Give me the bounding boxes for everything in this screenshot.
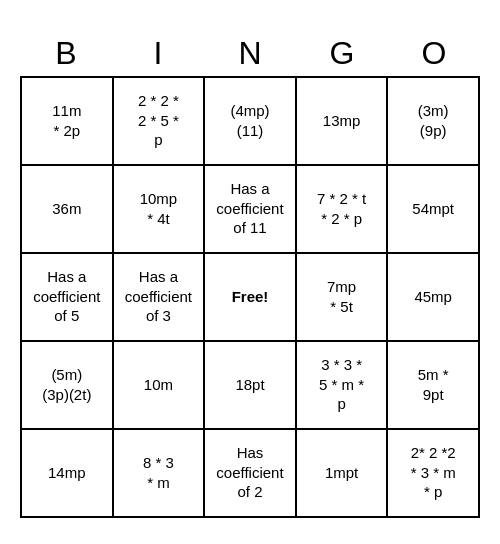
- title-letter-n: N: [206, 35, 294, 72]
- cell-3-4: 5m *9pt: [387, 341, 479, 429]
- cell-4-4: 2* 2 *2* 3 * m* p: [387, 429, 479, 517]
- title-letter-b: B: [22, 35, 110, 72]
- grid-row-0: 11m* 2p2 * 2 *2 * 5 *p(4mp)(11)13mp(3m)(…: [21, 77, 479, 165]
- cell-2-0: Has acoefficientof 5: [21, 253, 113, 341]
- title-letter-i: I: [114, 35, 202, 72]
- cell-3-1: 10m: [113, 341, 205, 429]
- cell-4-2: Hascoefficientof 2: [204, 429, 296, 517]
- title-letter-o: O: [390, 35, 478, 72]
- cell-0-2: (4mp)(11): [204, 77, 296, 165]
- grid-row-2: Has acoefficientof 5Has acoefficientof 3…: [21, 253, 479, 341]
- cell-2-4: 45mp: [387, 253, 479, 341]
- cell-1-2: Has acoefficientof 11: [204, 165, 296, 253]
- grid-row-1: 36m10mp* 4tHas acoefficientof 117 * 2 * …: [21, 165, 479, 253]
- cell-2-2: Free!: [204, 253, 296, 341]
- cell-1-0: 36m: [21, 165, 113, 253]
- cell-2-1: Has acoefficientof 3: [113, 253, 205, 341]
- bingo-card: BINGO 11m* 2p2 * 2 *2 * 5 *p(4mp)(11)13m…: [10, 17, 490, 528]
- cell-4-1: 8 * 3* m: [113, 429, 205, 517]
- cell-0-3: 13mp: [296, 77, 388, 165]
- cell-3-3: 3 * 3 *5 * m *p: [296, 341, 388, 429]
- title-letter-g: G: [298, 35, 386, 72]
- cell-4-0: 14mp: [21, 429, 113, 517]
- grid-row-4: 14mp8 * 3* mHascoefficientof 21mpt2* 2 *…: [21, 429, 479, 517]
- bingo-title: BINGO: [20, 27, 480, 76]
- cell-2-3: 7mp* 5t: [296, 253, 388, 341]
- cell-3-0: (5m)(3p)(2t): [21, 341, 113, 429]
- cell-0-4: (3m)(9p): [387, 77, 479, 165]
- cell-0-0: 11m* 2p: [21, 77, 113, 165]
- bingo-grid: 11m* 2p2 * 2 *2 * 5 *p(4mp)(11)13mp(3m)(…: [20, 76, 480, 518]
- grid-row-3: (5m)(3p)(2t)10m18pt3 * 3 *5 * m *p5m *9p…: [21, 341, 479, 429]
- cell-0-1: 2 * 2 *2 * 5 *p: [113, 77, 205, 165]
- cell-1-1: 10mp* 4t: [113, 165, 205, 253]
- cell-3-2: 18pt: [204, 341, 296, 429]
- cell-4-3: 1mpt: [296, 429, 388, 517]
- cell-1-3: 7 * 2 * t* 2 * p: [296, 165, 388, 253]
- cell-1-4: 54mpt: [387, 165, 479, 253]
